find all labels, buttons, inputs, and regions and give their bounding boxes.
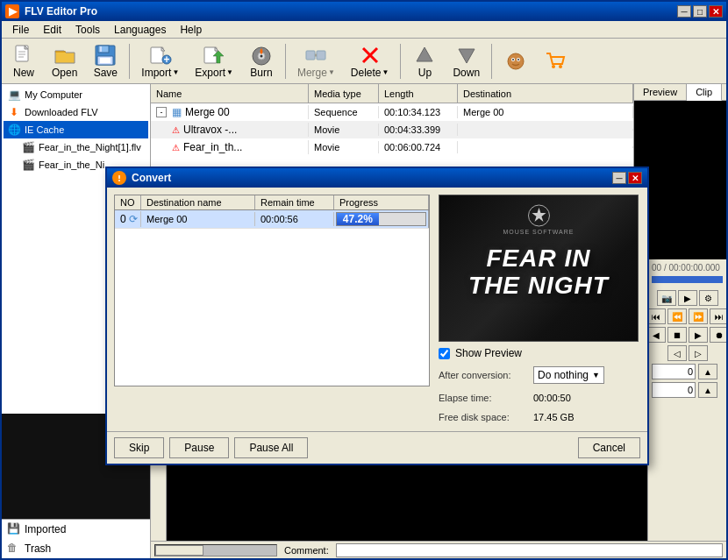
progress-bar-container: 47.2%	[336, 212, 426, 226]
preview-image-content: MOUSE SOFTWARE FEAR IN THE NIGHT	[439, 195, 638, 341]
after-conversion-value: Do nothing	[538, 369, 589, 381]
free-disk-label: Free disk space:	[439, 412, 526, 422]
row-no: 0	[120, 213, 126, 225]
dialog-right-panel: MOUSE SOFTWARE FEAR IN THE NIGHT Show Pr…	[439, 195, 640, 424]
dialog-title-bar: Convert ─ ✕	[107, 168, 647, 188]
show-preview-checkbox[interactable]	[439, 348, 450, 359]
free-disk-value: 17.45 GB	[533, 412, 574, 422]
after-conversion-row: After conversion: Do nothing ▼	[439, 365, 640, 386]
fear-text-line2: THE NIGHT	[468, 273, 609, 300]
show-preview-label: Show Preview	[455, 347, 522, 359]
col-no: NO	[115, 195, 141, 209]
convert-cell-dest: Merge 00	[141, 212, 255, 226]
free-disk-row: Free disk space: 17.45 GB	[439, 410, 640, 424]
dialog-body: NO Destination name Remain time Progress…	[107, 188, 647, 431]
col-remain: Remain time	[255, 195, 334, 209]
fear-text-line1: FEAR IN	[486, 245, 590, 273]
studio-logo: MOUSE SOFTWARE	[503, 202, 574, 235]
select-arrow-icon: ▼	[592, 371, 600, 379]
col-dest: Destination name	[141, 195, 255, 209]
preview-image: MOUSE SOFTWARE FEAR IN THE NIGHT	[439, 195, 639, 342]
elapse-time-row: Elapse time: 00:00:50	[439, 391, 640, 405]
progress-label: 47.2%	[343, 213, 373, 225]
dialog-icon	[112, 171, 126, 185]
after-conversion-select[interactable]: Do nothing ▼	[533, 366, 604, 384]
empty-rows	[115, 228, 429, 386]
dialog-left-panel: NO Destination name Remain time Progress…	[114, 195, 430, 424]
pause-button[interactable]: Pause	[169, 437, 229, 458]
dialog-title-buttons: ─ ✕	[612, 172, 642, 184]
convert-row-0[interactable]: 0 ⟳ Merge 00 00:00:56 47.2%	[115, 210, 429, 228]
dialog-title-text: Convert	[132, 172, 612, 184]
cancel-button[interactable]: Cancel	[578, 437, 640, 458]
dialog-minimize-btn[interactable]: ─	[612, 172, 626, 184]
show-preview-row: Show Preview	[439, 347, 640, 359]
pause-all-button[interactable]: Pause All	[234, 437, 308, 458]
convert-table-header: NO Destination name Remain time Progress	[115, 195, 429, 210]
elapse-time-label: Elapse time:	[439, 393, 526, 403]
skip-button[interactable]: Skip	[114, 437, 164, 458]
convert-cell-no: 0 ⟳	[115, 211, 141, 227]
elapse-time-value: 00:00:50	[533, 393, 571, 403]
dialog-overlay: Convert ─ ✕ NO Destination name Remain t…	[0, 0, 728, 560]
convert-cell-progress: 47.2%	[334, 210, 429, 228]
dialog-close-btn[interactable]: ✕	[628, 172, 642, 184]
row-icon: ⟳	[129, 213, 138, 225]
convert-dialog: Convert ─ ✕ NO Destination name Remain t…	[105, 167, 649, 465]
svg-point-38	[118, 180, 120, 181]
after-conversion-label: After conversion:	[439, 370, 526, 380]
studio-name: MOUSE SOFTWARE	[503, 229, 574, 235]
col-progress: Progress	[334, 195, 429, 209]
convert-table: NO Destination name Remain time Progress…	[114, 195, 430, 386]
dialog-footer: Skip Pause Pause All Cancel	[107, 431, 647, 464]
convert-cell-remain: 00:00:56	[255, 212, 334, 226]
progress-bar-fill: 47.2%	[337, 213, 379, 225]
